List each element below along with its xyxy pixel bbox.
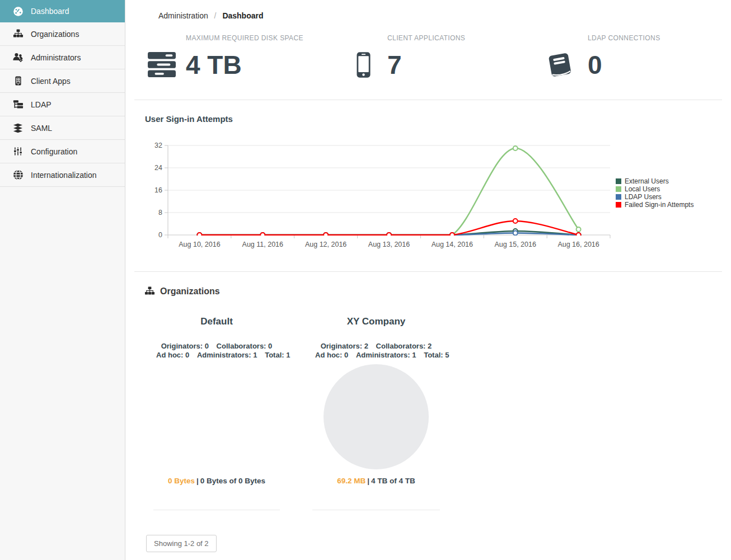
sidebar-item-ldap[interactable]: LDAP <box>0 93 125 116</box>
svg-text:Aug 12, 2016: Aug 12, 2016 <box>305 241 346 248</box>
legend-label: Local Users <box>625 185 660 193</box>
svg-text:Aug 14, 2016: Aug 14, 2016 <box>432 241 473 248</box>
svg-text:Aug 11, 2016: Aug 11, 2016 <box>242 241 283 248</box>
legend-label: Failed Sign-in Attempts <box>625 201 693 209</box>
svg-text:16: 16 <box>154 186 162 194</box>
sidebar-item-label: Dashboard <box>31 7 69 16</box>
card-divider <box>312 510 440 510</box>
storage-pie-area <box>153 362 280 472</box>
section-divider <box>134 100 722 100</box>
dashboard-icon <box>12 6 24 17</box>
svg-text:Aug 13, 2016: Aug 13, 2016 <box>368 241 410 248</box>
legend-item-failed-signin[interactable]: Failed Sign-in Attempts <box>616 201 693 209</box>
legend-swatch <box>616 186 621 192</box>
stat-disk-space: MAXIMUM REQUIRED DISK SPACE 4 TB <box>148 34 303 79</box>
legend-label: LDAP Users <box>625 193 662 201</box>
svg-text:Aug 10, 2016: Aug 10, 2016 <box>179 241 220 248</box>
stat-label: MAXIMUM REQUIRED DISK SPACE <box>186 34 303 42</box>
legend-item-external-users[interactable]: External Users <box>616 177 693 185</box>
storage-pie-chart <box>324 364 429 469</box>
sidebar-item-dashboard[interactable]: Dashboard <box>0 0 125 22</box>
svg-text:0: 0 <box>158 231 162 239</box>
saml-icon <box>12 123 24 133</box>
sidebar-item-organizations[interactable]: Organizations <box>0 22 125 46</box>
storage-usage: 69.2 MB|4 TB of 4 TB <box>312 476 440 486</box>
stat-ldap-connections: LDAP CONNECTIONS 0 <box>546 34 660 79</box>
breadcrumb-separator: / <box>214 11 217 20</box>
org-card-default: Default Originators: 0 Collaborators: 0 … <box>153 316 280 510</box>
sidebar-item-label: Configuration <box>31 147 77 156</box>
administrators-icon <box>12 52 24 63</box>
sidebar-item-client-apps[interactable]: Client Apps <box>0 69 125 93</box>
card-divider <box>153 510 280 510</box>
server-icon <box>148 51 177 79</box>
svg-text:Aug 15, 2016: Aug 15, 2016 <box>495 241 536 248</box>
internationalization-icon <box>12 170 24 180</box>
sidebar-item-label: Internationalization <box>31 171 97 180</box>
legend-label: External Users <box>625 177 669 185</box>
breadcrumb: Administration / Dashboard <box>158 11 264 20</box>
stat-label: LDAP CONNECTIONS <box>588 34 660 42</box>
organizations-title: Organizations <box>160 286 220 297</box>
org-name: XY Company <box>312 316 440 327</box>
admin-dashboard-page: Dashboard Organizations <box>0 0 731 560</box>
client-apps-icon <box>12 76 24 86</box>
section-divider <box>134 271 722 272</box>
organizations-header: Organizations <box>144 286 220 297</box>
pagination-status: Showing 1-2 of 2 <box>146 535 217 552</box>
ldap-icon <box>12 100 24 110</box>
configuration-icon <box>12 146 24 157</box>
sidebar-item-saml[interactable]: SAML <box>0 116 125 140</box>
legend-item-local-users[interactable]: Local Users <box>616 185 693 193</box>
organizations-icon <box>144 286 155 297</box>
storage-pie-area <box>312 362 440 472</box>
sidebar-item-administrators[interactable]: Administrators <box>0 46 125 69</box>
svg-text:32: 32 <box>154 142 162 149</box>
sidebar-item-label: Organizations <box>31 30 79 39</box>
stat-client-applications: CLIENT APPLICATIONS 7 <box>357 34 465 79</box>
stat-value: 4 TB <box>186 51 303 79</box>
signin-attempts-chart: 08162432Aug 10, 2016Aug 11, 2016Aug 12, … <box>134 139 616 251</box>
org-stats: Originators: 2 Collaborators: 2 Ad hoc: … <box>312 342 440 360</box>
storage-usage: 0 Bytes|0 Bytes of 0 Bytes <box>153 476 280 486</box>
legend-swatch <box>616 178 621 184</box>
sidebar-item-internationalization[interactable]: Internationalization <box>0 163 125 187</box>
organizations-icon <box>12 29 24 39</box>
svg-text:Aug 16, 2016: Aug 16, 2016 <box>557 241 599 248</box>
legend-item-ldap-users[interactable]: LDAP Users <box>616 193 693 201</box>
sidebar: Dashboard Organizations <box>0 0 125 560</box>
stat-label: CLIENT APPLICATIONS <box>387 34 465 42</box>
org-card-xy-company: XY Company Originators: 2 Collaborators:… <box>312 316 440 510</box>
legend-swatch <box>616 202 621 208</box>
sidebar-item-label: LDAP <box>31 100 51 109</box>
legend-swatch <box>616 194 621 200</box>
breadcrumb-administration[interactable]: Administration <box>158 11 208 20</box>
breadcrumb-current: Dashboard <box>222 11 263 20</box>
org-stats: Originators: 0 Collaborators: 0 Ad hoc: … <box>153 342 280 360</box>
chart-legend: External Users Local Users LDAP Users Fa… <box>616 177 693 209</box>
book-icon <box>546 53 574 79</box>
sidebar-item-label: Client Apps <box>31 77 71 86</box>
stat-value: 7 <box>387 51 465 79</box>
svg-text:8: 8 <box>158 209 162 217</box>
org-name: Default <box>153 316 280 327</box>
svg-text:24: 24 <box>154 164 162 172</box>
chart-title: User Sign-in Attempts <box>145 114 233 124</box>
sidebar-item-label: Administrators <box>31 53 81 62</box>
phone-icon <box>357 51 371 79</box>
sidebar-item-configuration[interactable]: Configuration <box>0 140 125 163</box>
stat-value: 0 <box>588 51 660 79</box>
sidebar-item-label: SAML <box>31 124 52 133</box>
